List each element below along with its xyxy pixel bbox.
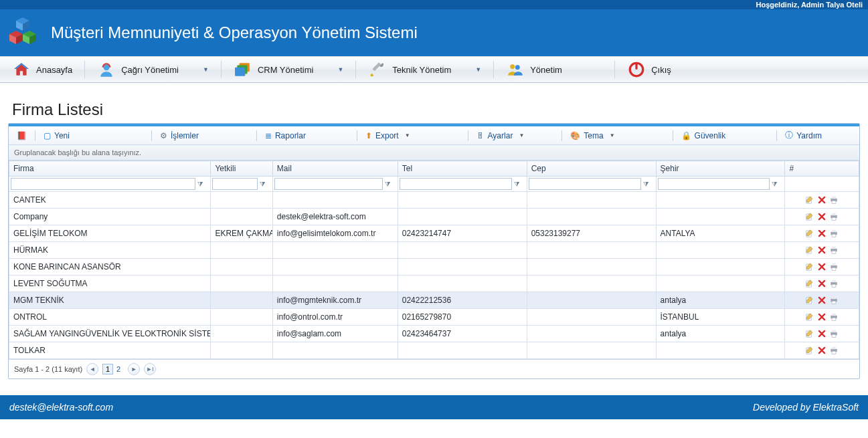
edit-icon[interactable] — [804, 295, 815, 306]
cell-cep — [527, 276, 656, 292]
svg-rect-32 — [832, 251, 836, 253]
pager-prev[interactable]: ◄ — [86, 363, 98, 375]
delete-icon[interactable] — [816, 312, 827, 322]
print-icon[interactable] — [829, 211, 839, 222]
delete-icon[interactable] — [816, 228, 827, 239]
group-hint[interactable]: Gruplanacak başlığı bu alana taşıyınız. — [9, 145, 859, 160]
delete-icon[interactable] — [816, 195, 827, 205]
nav-call[interactable]: Çağrı Yönetimi ▼ — [85, 57, 221, 82]
col-actions[interactable]: # — [785, 161, 859, 177]
table-row[interactable]: GELİŞİM TELOKOMEKREM ÇAKMAKinfo@gelisimt… — [9, 225, 859, 242]
filter-icon[interactable]: ⧩ — [258, 181, 267, 189]
print-icon[interactable] — [829, 261, 839, 272]
operations-button[interactable]: ⚙İşlemler — [156, 130, 203, 142]
cell-mail: destek@elektra-soft.com — [272, 209, 398, 225]
filter-sehir[interactable] — [658, 178, 770, 190]
edit-icon[interactable] — [804, 211, 815, 222]
nav-home[interactable]: Anasayfa — [0, 57, 84, 82]
edit-icon[interactable] — [804, 312, 815, 322]
header-row: Firma Yetkili Mail Tel Cep Şehir # — [9, 161, 859, 177]
delete-icon[interactable] — [816, 278, 827, 289]
table-row[interactable]: Companydestek@elektra-soft.com — [9, 209, 859, 225]
nav-crm[interactable]: CRM Yönetimi ▼ — [222, 57, 355, 82]
reports-button[interactable]: ≣Raporlar — [261, 130, 310, 142]
filter-yetkili[interactable] — [212, 178, 257, 190]
pager-last[interactable]: ►І — [144, 363, 156, 375]
delete-icon[interactable] — [816, 328, 827, 339]
filter-tel[interactable] — [400, 178, 512, 190]
print-icon[interactable] — [829, 228, 839, 239]
filter-icon[interactable]: ⧩ — [512, 181, 521, 189]
svg-rect-36 — [832, 267, 836, 270]
table-row[interactable]: HÜRMAK — [9, 242, 859, 259]
nav-exit[interactable]: Çıkış — [615, 57, 683, 82]
pager-page[interactable]: 1 — [102, 364, 113, 374]
cell-mail — [272, 276, 398, 292]
col-mail[interactable]: Mail — [272, 161, 398, 177]
filter-icon[interactable]: ⧩ — [641, 181, 650, 189]
cell-yetkili — [211, 309, 272, 326]
edit-icon[interactable] — [804, 345, 815, 356]
filter-icon[interactable]: ⧩ — [383, 181, 392, 189]
edit-icon[interactable] — [804, 245, 815, 255]
table-row[interactable]: SAĞLAM YANGINGÜVENLİK VE ELOKTRONİK SİST… — [9, 326, 859, 342]
table-row[interactable]: MGM TEKNİKinfo@mgmteknik.com.tr024222125… — [9, 292, 859, 309]
pager-next[interactable]: ► — [128, 363, 140, 375]
edit-icon[interactable] — [804, 261, 815, 272]
filter-mail[interactable] — [274, 178, 383, 190]
theme-button[interactable]: 🎨Tema▼ — [566, 130, 618, 142]
edit-icon[interactable] — [804, 228, 815, 239]
col-yetkili[interactable]: Yetkili — [211, 161, 272, 177]
filter-icon[interactable]: ⧩ — [195, 181, 205, 189]
nav-admin[interactable]: Yönetim — [494, 57, 614, 82]
filter-cep[interactable] — [529, 178, 641, 190]
col-firma[interactable]: Firma — [9, 161, 211, 177]
table-row[interactable]: KONE BARINCAN ASANSÖR — [9, 259, 859, 276]
delete-icon[interactable] — [816, 295, 827, 306]
table-row[interactable]: CANTEK — [9, 192, 859, 209]
print-icon[interactable] — [829, 278, 839, 289]
table-row[interactable]: TOLKAR — [9, 342, 859, 359]
book-icon-button[interactable]: 📕 — [13, 130, 31, 142]
svg-rect-39 — [832, 280, 836, 283]
edit-icon[interactable] — [804, 195, 815, 205]
print-icon[interactable] — [829, 312, 839, 322]
file-icon: ▢ — [44, 131, 51, 140]
col-tel[interactable]: Tel — [398, 161, 527, 177]
delete-icon[interactable] — [816, 261, 827, 272]
delete-icon[interactable] — [816, 245, 827, 255]
col-cep[interactable]: Cep — [527, 161, 656, 177]
print-icon[interactable] — [829, 328, 839, 339]
print-icon[interactable] — [829, 195, 839, 205]
list-icon: ≣ — [265, 131, 272, 140]
print-icon[interactable] — [829, 245, 839, 255]
nav-tech[interactable]: Teknik Yönetim ▼ — [356, 57, 493, 82]
chevron-down-icon: ▼ — [475, 66, 481, 73]
settings-button[interactable]: 🎚Ayarlar▼ — [472, 130, 529, 142]
cell-cep — [527, 192, 656, 209]
svg-rect-19 — [832, 197, 836, 199]
filter-icon[interactable]: ⧩ — [770, 181, 779, 189]
cell-tel — [398, 242, 527, 259]
pager-page[interactable]: 2 — [113, 364, 124, 374]
new-button[interactable]: ▢Yeni — [39, 130, 74, 142]
col-sehir[interactable]: Şehir — [656, 161, 785, 177]
footer-email[interactable]: destek@elektra-soft.com — [9, 402, 113, 413]
print-icon[interactable] — [829, 345, 839, 356]
svg-rect-27 — [832, 230, 836, 233]
print-icon[interactable] — [829, 295, 839, 306]
export-button[interactable]: ⬆Export▼ — [361, 130, 414, 142]
edit-icon[interactable] — [804, 328, 815, 339]
table-row[interactable]: LEVENT SOĞUTMA — [9, 276, 859, 292]
filter-firma[interactable] — [11, 178, 195, 190]
cell-actions — [785, 242, 859, 259]
security-button[interactable]: 🔒Güvenlik — [677, 130, 730, 142]
table-row[interactable]: ONTROLinfo@ontrol.com.tr02165279870İSTAN… — [9, 309, 859, 326]
edit-icon[interactable] — [804, 278, 815, 289]
cell-yetkili — [211, 326, 272, 342]
delete-icon[interactable] — [816, 345, 827, 356]
app-banner: Müşteri Memnuniyeti & Operasyon Yönetim … — [0, 9, 868, 56]
help-button[interactable]: ⓘYardım — [781, 128, 826, 142]
footer-credit: Developed by ElektraSoft — [753, 402, 859, 413]
delete-icon[interactable] — [816, 211, 827, 222]
